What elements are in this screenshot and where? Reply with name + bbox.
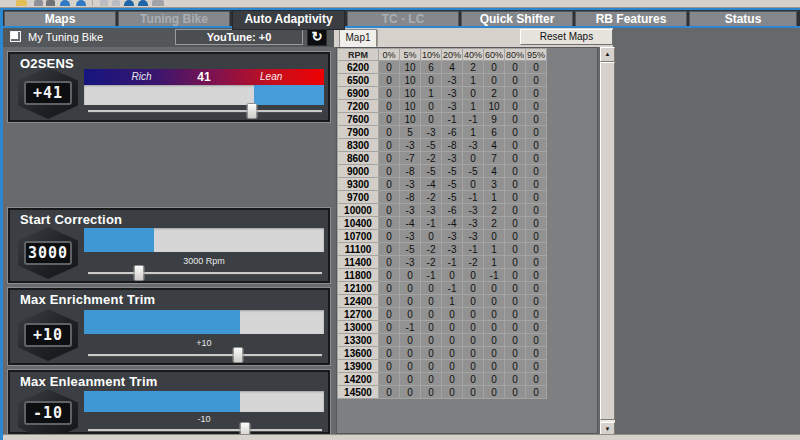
- value-cell[interactable]: 0: [379, 269, 400, 282]
- value-cell[interactable]: 0: [505, 347, 526, 360]
- value-cell[interactable]: 0: [379, 256, 400, 269]
- value-cell[interactable]: -1: [463, 113, 484, 126]
- tab-auto-adaptivity[interactable]: Auto Adaptivity: [232, 10, 345, 30]
- value-cell[interactable]: 0: [463, 360, 484, 373]
- value-cell[interactable]: 0: [526, 347, 547, 360]
- sync-icon[interactable]: [60, 0, 70, 6]
- value-cell[interactable]: 1: [484, 256, 505, 269]
- value-cell[interactable]: -3: [463, 139, 484, 152]
- value-cell[interactable]: 0: [400, 282, 421, 295]
- value-cell[interactable]: -5: [442, 165, 463, 178]
- value-cell[interactable]: 0: [421, 360, 442, 373]
- value-cell[interactable]: -1: [442, 256, 463, 269]
- value-cell[interactable]: -1: [442, 113, 463, 126]
- value-cell[interactable]: 0: [505, 139, 526, 152]
- value-cell[interactable]: -1: [463, 191, 484, 204]
- value-cell[interactable]: 0: [379, 126, 400, 139]
- value-cell[interactable]: -7: [400, 152, 421, 165]
- value-cell[interactable]: 6: [421, 61, 442, 74]
- value-cell[interactable]: 0: [484, 347, 505, 360]
- value-cell[interactable]: 0: [442, 373, 463, 386]
- value-cell[interactable]: 0: [526, 217, 547, 230]
- value-cell[interactable]: 0: [463, 321, 484, 334]
- value-cell[interactable]: 10: [400, 61, 421, 74]
- value-cell[interactable]: -6: [442, 204, 463, 217]
- value-cell[interactable]: 0: [526, 126, 547, 139]
- value-cell[interactable]: 0: [505, 269, 526, 282]
- my-tuning-bike-checkbox[interactable]: [10, 31, 21, 42]
- o2sens-slider[interactable]: [88, 103, 322, 119]
- value-cell[interactable]: 0: [505, 334, 526, 347]
- value-cell[interactable]: 0: [379, 321, 400, 334]
- value-cell[interactable]: -2: [421, 152, 442, 165]
- value-cell[interactable]: 0: [463, 295, 484, 308]
- value-cell[interactable]: 10: [484, 100, 505, 113]
- value-cell[interactable]: 0: [526, 74, 547, 87]
- value-cell[interactable]: 1: [463, 126, 484, 139]
- value-cell[interactable]: 0: [526, 243, 547, 256]
- value-cell[interactable]: -2: [421, 243, 442, 256]
- value-cell[interactable]: -5: [400, 243, 421, 256]
- value-cell[interactable]: 0: [400, 308, 421, 321]
- value-cell[interactable]: 0: [526, 191, 547, 204]
- value-cell[interactable]: -1: [463, 243, 484, 256]
- value-cell[interactable]: 0: [484, 295, 505, 308]
- value-cell[interactable]: 0: [484, 308, 505, 321]
- value-cell[interactable]: 10: [400, 113, 421, 126]
- value-cell[interactable]: -5: [463, 165, 484, 178]
- value-cell[interactable]: -4: [400, 217, 421, 230]
- value-cell[interactable]: -8: [400, 191, 421, 204]
- value-cell[interactable]: 0: [421, 386, 442, 399]
- value-cell[interactable]: 0: [463, 347, 484, 360]
- value-cell[interactable]: 1: [442, 295, 463, 308]
- value-cell[interactable]: 0: [421, 373, 442, 386]
- value-cell[interactable]: 0: [505, 243, 526, 256]
- value-cell[interactable]: 0: [526, 61, 547, 74]
- value-cell[interactable]: 1: [484, 191, 505, 204]
- value-cell[interactable]: 0: [526, 230, 547, 243]
- value-cell[interactable]: 0: [526, 269, 547, 282]
- value-cell[interactable]: 0: [505, 178, 526, 191]
- value-cell[interactable]: -6: [442, 126, 463, 139]
- value-cell[interactable]: 0: [526, 334, 547, 347]
- value-cell[interactable]: 0: [484, 334, 505, 347]
- value-cell[interactable]: -2: [421, 256, 442, 269]
- value-cell[interactable]: -2: [463, 256, 484, 269]
- value-cell[interactable]: 0: [505, 308, 526, 321]
- chip-icon[interactable]: [152, 0, 164, 6]
- value-cell[interactable]: -2: [421, 191, 442, 204]
- value-cell[interactable]: 0: [505, 61, 526, 74]
- value-cell[interactable]: 0: [505, 152, 526, 165]
- value-cell[interactable]: 1: [463, 100, 484, 113]
- value-cell[interactable]: -3: [442, 230, 463, 243]
- value-cell[interactable]: -3: [400, 139, 421, 152]
- start-correction-slider[interactable]: [88, 265, 322, 281]
- value-cell[interactable]: 2: [463, 61, 484, 74]
- value-cell[interactable]: 0: [505, 256, 526, 269]
- value-cell[interactable]: 0: [379, 386, 400, 399]
- value-cell[interactable]: 0: [505, 295, 526, 308]
- value-cell[interactable]: -3: [442, 243, 463, 256]
- value-cell[interactable]: -3: [463, 217, 484, 230]
- value-cell[interactable]: 0: [379, 334, 400, 347]
- value-cell[interactable]: 0: [379, 165, 400, 178]
- value-cell[interactable]: -5: [442, 191, 463, 204]
- value-cell[interactable]: 0: [463, 373, 484, 386]
- value-cell[interactable]: 4: [484, 139, 505, 152]
- value-cell[interactable]: 10: [400, 74, 421, 87]
- value-cell[interactable]: 0: [505, 217, 526, 230]
- value-cell[interactable]: -8: [442, 139, 463, 152]
- value-cell[interactable]: 0: [421, 334, 442, 347]
- value-cell[interactable]: -5: [421, 165, 442, 178]
- value-cell[interactable]: 0: [526, 165, 547, 178]
- max-enrichment-slider-thumb[interactable]: [232, 347, 243, 363]
- value-cell[interactable]: 0: [421, 321, 442, 334]
- value-cell[interactable]: -3: [442, 74, 463, 87]
- value-cell[interactable]: -5: [442, 178, 463, 191]
- value-cell[interactable]: 0: [505, 386, 526, 399]
- value-cell[interactable]: 0: [421, 308, 442, 321]
- value-cell[interactable]: 0: [400, 373, 421, 386]
- value-cell[interactable]: 0: [421, 100, 442, 113]
- value-cell[interactable]: -3: [442, 152, 463, 165]
- value-cell[interactable]: 0: [484, 282, 505, 295]
